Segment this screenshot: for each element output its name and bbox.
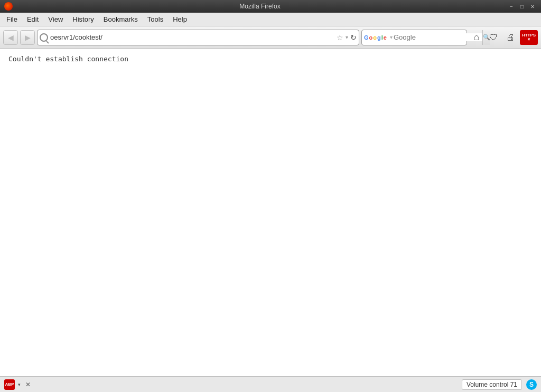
https-badge[interactable]: HTTPS ▾: [520, 30, 538, 45]
statusbar: ABP ▾ ✕ Volume control 71 S: [0, 376, 541, 392]
restore-button[interactable]: □: [518, 2, 526, 11]
home-icon: ⌂: [474, 32, 480, 43]
google-search-bar: Google ▾: [361, 30, 467, 45]
url-dropdown-icon[interactable]: ▾: [346, 34, 348, 40]
statusbar-right: Volume control 71 S: [462, 379, 537, 390]
abp-button[interactable]: ABP: [4, 379, 15, 390]
menu-help[interactable]: Help: [169, 14, 191, 25]
home-button[interactable]: ⌂: [469, 30, 484, 45]
menu-edit[interactable]: Edit: [23, 14, 43, 25]
menu-history[interactable]: History: [68, 14, 98, 25]
close-button[interactable]: ✕: [528, 2, 537, 11]
bookmark-star-icon[interactable]: ☆: [337, 33, 343, 42]
back-icon: ◀: [8, 33, 14, 42]
url-bar: ☆ ▾ ↻: [37, 30, 359, 45]
error-message: Couldn't establish connection: [8, 55, 128, 63]
shield-icon: 🛡: [489, 33, 498, 42]
menu-bookmarks[interactable]: Bookmarks: [99, 14, 142, 25]
window-title: Mozilla Firefox: [13, 3, 507, 10]
print-button[interactable]: 🖨: [503, 30, 518, 45]
volume-control[interactable]: Volume control 71: [462, 379, 522, 390]
menu-file[interactable]: File: [2, 14, 22, 25]
firefox-logo: [4, 2, 13, 11]
menubar: File Edit View History Bookmarks Tools H…: [0, 13, 541, 26]
skype-button[interactable]: S: [526, 379, 537, 390]
toolbar-icons: ⌂ 🛡 🖨 HTTPS ▾: [469, 30, 538, 45]
titlebar: Mozilla Firefox − □ ✕: [0, 0, 541, 13]
url-input[interactable]: [50, 33, 334, 41]
forward-icon: ▶: [25, 33, 31, 42]
back-button[interactable]: ◀: [3, 30, 18, 45]
https-dropdown-icon: ▾: [522, 38, 536, 42]
menu-view[interactable]: View: [44, 14, 67, 25]
page-content: Couldn't establish connection: [0, 49, 541, 376]
statusbar-close-button[interactable]: ✕: [24, 380, 32, 389]
navbar: ◀ ▶ ☆ ▾ ↻ Google ▾ ⌂ 🛡 🖨 HTTPS ▾: [0, 26, 541, 49]
google-dropdown-icon[interactable]: ▾: [389, 34, 394, 40]
refresh-icon[interactable]: ↻: [350, 33, 357, 42]
menu-tools[interactable]: Tools: [143, 14, 167, 25]
minimize-button[interactable]: −: [507, 2, 516, 11]
statusbar-left: ABP ▾ ✕: [4, 379, 32, 390]
print-icon: 🖨: [506, 33, 515, 42]
url-search-icon: [40, 33, 48, 42]
window-controls: − □ ✕: [507, 2, 537, 11]
shield-button[interactable]: 🛡: [486, 30, 501, 45]
forward-button[interactable]: ▶: [20, 30, 35, 45]
google-logo: Google: [362, 34, 389, 41]
abp-dropdown-icon[interactable]: ▾: [18, 382, 21, 387]
